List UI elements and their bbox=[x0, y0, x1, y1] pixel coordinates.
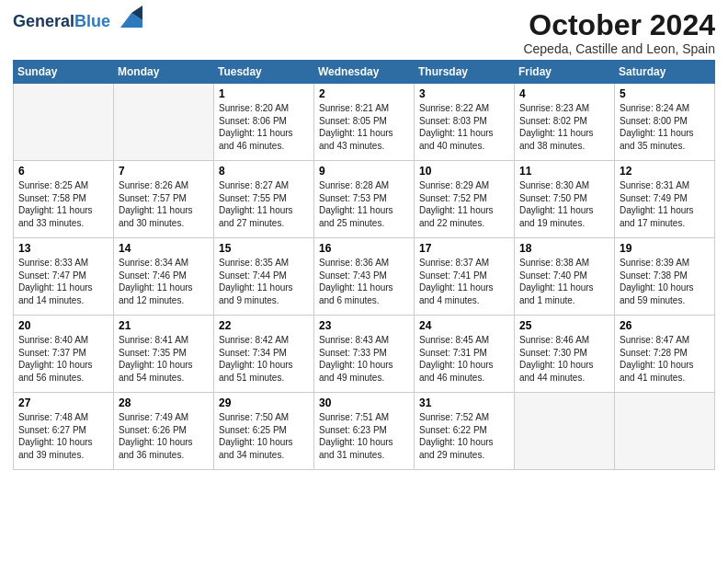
cell-info: Sunrise: 8:28 AMSunset: 7:53 PMDaylight:… bbox=[319, 179, 409, 229]
calendar-cell: 16Sunrise: 8:36 AMSunset: 7:43 PMDayligh… bbox=[314, 238, 415, 316]
day-number: 10 bbox=[419, 165, 509, 178]
cell-info: Sunrise: 8:43 AMSunset: 7:33 PMDaylight:… bbox=[319, 334, 409, 384]
day-number: 16 bbox=[319, 242, 409, 255]
calendar-cell: 31Sunrise: 7:52 AMSunset: 6:22 PMDayligh… bbox=[415, 393, 515, 470]
day-number: 17 bbox=[419, 242, 509, 255]
logo: GeneralBlue bbox=[13, 9, 142, 35]
calendar-cell: 18Sunrise: 8:38 AMSunset: 7:40 PMDayligh… bbox=[515, 238, 615, 316]
cell-info: Sunrise: 8:45 AMSunset: 7:31 PMDaylight:… bbox=[419, 334, 509, 384]
cell-info: Sunrise: 8:25 AMSunset: 7:58 PMDaylight:… bbox=[18, 179, 108, 229]
day-number: 26 bbox=[620, 319, 710, 332]
cell-info: Sunrise: 8:23 AMSunset: 8:02 PMDaylight:… bbox=[519, 102, 609, 152]
day-number: 12 bbox=[620, 165, 710, 178]
cell-info: Sunrise: 8:33 AMSunset: 7:47 PMDaylight:… bbox=[18, 257, 108, 306]
calendar-cell: 11Sunrise: 8:30 AMSunset: 7:50 PMDayligh… bbox=[515, 161, 615, 238]
day-number: 23 bbox=[319, 319, 409, 332]
day-number: 4 bbox=[519, 87, 609, 100]
cell-info: Sunrise: 8:24 AMSunset: 8:00 PMDaylight:… bbox=[620, 102, 710, 152]
calendar-cell: 5Sunrise: 8:24 AMSunset: 8:00 PMDaylight… bbox=[615, 84, 715, 161]
calendar-cell: 14Sunrise: 8:34 AMSunset: 7:46 PMDayligh… bbox=[114, 238, 214, 316]
cell-info: Sunrise: 8:40 AMSunset: 7:37 PMDaylight:… bbox=[18, 334, 108, 384]
weekday-header: Tuesday bbox=[214, 61, 314, 84]
cell-info: Sunrise: 8:27 AMSunset: 7:55 PMDaylight:… bbox=[219, 179, 309, 229]
day-number: 1 bbox=[219, 87, 309, 100]
day-number: 3 bbox=[419, 87, 509, 100]
calendar-cell: 6Sunrise: 8:25 AMSunset: 7:58 PMDaylight… bbox=[14, 161, 114, 238]
logo-icon bbox=[113, 6, 142, 35]
calendar-week-row: 27Sunrise: 7:48 AMSunset: 6:27 PMDayligh… bbox=[14, 393, 715, 470]
calendar-header-row: SundayMondayTuesdayWednesdayThursdayFrid… bbox=[14, 61, 715, 84]
day-number: 20 bbox=[18, 319, 108, 332]
title-block: October 2024 Cepeda, Castille and Leon, … bbox=[523, 9, 715, 56]
calendar-cell: 30Sunrise: 7:51 AMSunset: 6:23 PMDayligh… bbox=[314, 393, 415, 470]
day-number: 31 bbox=[419, 396, 509, 409]
calendar-cell bbox=[114, 84, 214, 161]
cell-info: Sunrise: 8:30 AMSunset: 7:50 PMDaylight:… bbox=[519, 179, 609, 229]
calendar-cell: 13Sunrise: 8:33 AMSunset: 7:47 PMDayligh… bbox=[14, 238, 114, 316]
day-number: 5 bbox=[620, 87, 710, 100]
day-number: 28 bbox=[119, 396, 209, 409]
calendar-cell: 1Sunrise: 8:20 AMSunset: 8:06 PMDaylight… bbox=[214, 84, 314, 161]
cell-info: Sunrise: 8:21 AMSunset: 8:05 PMDaylight:… bbox=[319, 102, 409, 152]
calendar-cell: 15Sunrise: 8:35 AMSunset: 7:44 PMDayligh… bbox=[214, 238, 314, 316]
calendar-week-row: 20Sunrise: 8:40 AMSunset: 7:37 PMDayligh… bbox=[14, 316, 715, 393]
calendar-cell: 23Sunrise: 8:43 AMSunset: 7:33 PMDayligh… bbox=[314, 316, 415, 393]
day-number: 25 bbox=[519, 319, 609, 332]
calendar-cell: 20Sunrise: 8:40 AMSunset: 7:37 PMDayligh… bbox=[14, 316, 114, 393]
day-number: 27 bbox=[18, 396, 108, 409]
calendar-cell: 25Sunrise: 8:46 AMSunset: 7:30 PMDayligh… bbox=[515, 316, 615, 393]
day-number: 14 bbox=[119, 242, 209, 255]
calendar-week-row: 13Sunrise: 8:33 AMSunset: 7:47 PMDayligh… bbox=[14, 238, 715, 316]
day-number: 2 bbox=[319, 87, 409, 100]
cell-info: Sunrise: 7:48 AMSunset: 6:27 PMDaylight:… bbox=[18, 411, 108, 461]
weekday-header: Sunday bbox=[14, 61, 114, 84]
weekday-header: Thursday bbox=[415, 61, 515, 84]
day-number: 21 bbox=[119, 319, 209, 332]
cell-info: Sunrise: 7:49 AMSunset: 6:26 PMDaylight:… bbox=[119, 411, 209, 461]
cell-info: Sunrise: 8:37 AMSunset: 7:41 PMDaylight:… bbox=[419, 257, 509, 306]
weekday-header: Friday bbox=[515, 61, 615, 84]
cell-info: Sunrise: 7:52 AMSunset: 6:22 PMDaylight:… bbox=[419, 411, 509, 461]
cell-info: Sunrise: 8:42 AMSunset: 7:34 PMDaylight:… bbox=[219, 334, 309, 384]
cell-info: Sunrise: 8:46 AMSunset: 7:30 PMDaylight:… bbox=[519, 334, 609, 384]
calendar-cell: 19Sunrise: 8:39 AMSunset: 7:38 PMDayligh… bbox=[615, 238, 715, 316]
cell-info: Sunrise: 8:26 AMSunset: 7:57 PMDaylight:… bbox=[119, 179, 209, 229]
day-number: 8 bbox=[219, 165, 309, 178]
month-title: October 2024 bbox=[523, 9, 715, 41]
weekday-header: Monday bbox=[114, 61, 214, 84]
calendar-cell: 17Sunrise: 8:37 AMSunset: 7:41 PMDayligh… bbox=[415, 238, 515, 316]
calendar-cell: 10Sunrise: 8:29 AMSunset: 7:52 PMDayligh… bbox=[415, 161, 515, 238]
day-number: 11 bbox=[519, 165, 609, 178]
day-number: 18 bbox=[519, 242, 609, 255]
weekday-header: Saturday bbox=[615, 61, 715, 84]
calendar-cell bbox=[615, 393, 715, 470]
cell-info: Sunrise: 8:36 AMSunset: 7:43 PMDaylight:… bbox=[319, 257, 409, 306]
cell-info: Sunrise: 8:35 AMSunset: 7:44 PMDaylight:… bbox=[219, 257, 309, 306]
location-subtitle: Cepeda, Castille and Leon, Spain bbox=[523, 41, 715, 56]
calendar-cell: 3Sunrise: 8:22 AMSunset: 8:03 PMDaylight… bbox=[415, 84, 515, 161]
calendar-cell bbox=[14, 84, 114, 161]
calendar-table: SundayMondayTuesdayWednesdayThursdayFrid… bbox=[13, 60, 715, 470]
day-number: 13 bbox=[18, 242, 108, 255]
calendar-cell: 12Sunrise: 8:31 AMSunset: 7:49 PMDayligh… bbox=[615, 161, 715, 238]
cell-info: Sunrise: 8:41 AMSunset: 7:35 PMDaylight:… bbox=[119, 334, 209, 384]
cell-info: Sunrise: 8:34 AMSunset: 7:46 PMDaylight:… bbox=[119, 257, 209, 306]
day-number: 24 bbox=[419, 319, 509, 332]
logo-text: GeneralBlue bbox=[13, 13, 110, 31]
calendar-cell: 7Sunrise: 8:26 AMSunset: 7:57 PMDaylight… bbox=[114, 161, 214, 238]
calendar-cell: 26Sunrise: 8:47 AMSunset: 7:28 PMDayligh… bbox=[615, 316, 715, 393]
calendar-cell: 22Sunrise: 8:42 AMSunset: 7:34 PMDayligh… bbox=[214, 316, 314, 393]
cell-info: Sunrise: 8:31 AMSunset: 7:49 PMDaylight:… bbox=[620, 179, 710, 229]
cell-info: Sunrise: 8:20 AMSunset: 8:06 PMDaylight:… bbox=[219, 102, 309, 152]
day-number: 19 bbox=[620, 242, 710, 255]
day-number: 9 bbox=[319, 165, 409, 178]
weekday-header: Wednesday bbox=[314, 61, 415, 84]
calendar-cell: 28Sunrise: 7:49 AMSunset: 6:26 PMDayligh… bbox=[114, 393, 214, 470]
cell-info: Sunrise: 8:29 AMSunset: 7:52 PMDaylight:… bbox=[419, 179, 509, 229]
calendar-cell: 21Sunrise: 8:41 AMSunset: 7:35 PMDayligh… bbox=[114, 316, 214, 393]
calendar-cell bbox=[515, 393, 615, 470]
day-number: 6 bbox=[18, 165, 108, 178]
day-number: 15 bbox=[219, 242, 309, 255]
cell-info: Sunrise: 7:50 AMSunset: 6:25 PMDaylight:… bbox=[219, 411, 309, 461]
cell-info: Sunrise: 8:22 AMSunset: 8:03 PMDaylight:… bbox=[419, 102, 509, 152]
